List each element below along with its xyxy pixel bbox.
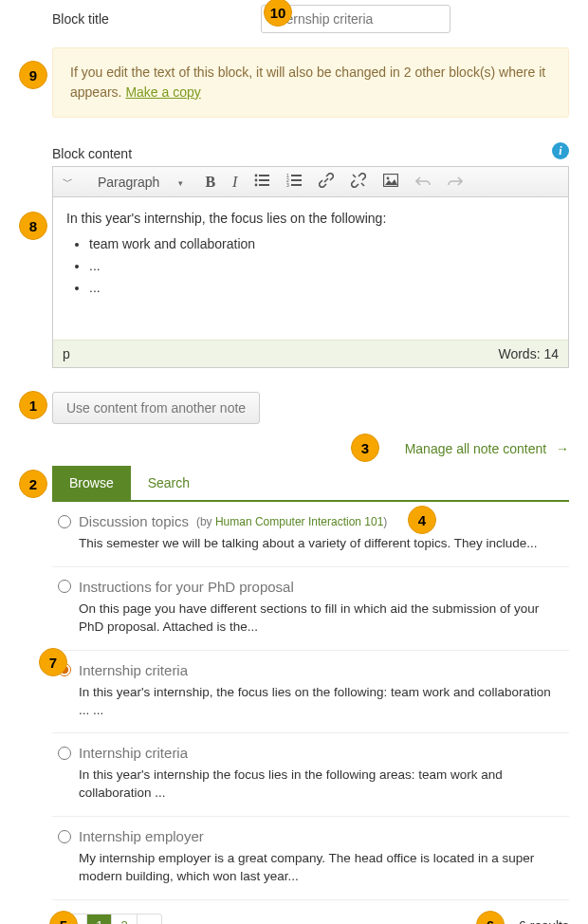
editor-intro-text: In this year's internship, the focus lie… xyxy=(66,209,555,229)
editor-bullet: ... xyxy=(89,256,555,276)
numbered-list-button[interactable]: 123 xyxy=(286,174,302,190)
note-desc: In this year's internship, the focus lie… xyxy=(79,684,563,720)
note-desc: My internship employer is a great compan… xyxy=(79,850,563,886)
note-radio[interactable] xyxy=(58,580,71,593)
svg-rect-5 xyxy=(259,184,269,186)
page-2[interactable]: 2 xyxy=(112,915,137,924)
block-title-label: Block title xyxy=(9,11,261,27)
author-suffix: ) xyxy=(383,515,387,528)
svg-point-13 xyxy=(387,177,390,180)
tab-browse[interactable]: Browse xyxy=(52,466,131,500)
arrow-right-icon: → xyxy=(556,441,569,456)
author-group-link[interactable]: Human Computer Interaction 101 xyxy=(215,515,383,528)
format-dropdown[interactable]: Paragraph xyxy=(90,175,188,190)
block-content-label: Block content xyxy=(52,146,132,161)
note-tabs: Browse Search xyxy=(52,466,579,500)
manage-notes-link[interactable]: Manage all note content → xyxy=(405,441,569,456)
note-title: Internship employer xyxy=(79,828,204,844)
toolbar-expand-icon[interactable]: ﹀ xyxy=(63,175,73,189)
note-author: (by Human Computer Interaction 101) xyxy=(196,515,387,528)
page-1[interactable]: 1 xyxy=(87,915,112,924)
note-item[interactable]: Internship employer My internship employ… xyxy=(52,817,569,900)
editor-statusbar: p Words: 14 xyxy=(53,340,568,367)
marker-4: 4 xyxy=(408,506,436,534)
note-item[interactable]: Instructions for your PhD proposal On th… xyxy=(52,567,569,651)
marker-9: 9 xyxy=(19,61,47,89)
italic-button[interactable]: I xyxy=(232,174,237,191)
marker-3: 3 xyxy=(351,434,379,462)
editor-wordcount: Words: 14 xyxy=(498,346,559,361)
editor-toolbar: ﹀ Paragraph B I 123 xyxy=(53,167,568,197)
page-next[interactable]: » xyxy=(138,915,161,924)
image-button[interactable] xyxy=(383,174,398,190)
bullet-list-button[interactable] xyxy=(254,174,269,190)
marker-6: 6 xyxy=(476,911,505,924)
notes-list: 4 7 Discussion topics (by Human Computer… xyxy=(52,500,569,900)
marker-1: 1 xyxy=(19,391,47,419)
note-item[interactable]: Discussion topics (by Human Computer Int… xyxy=(52,502,569,567)
author-prefix: (by xyxy=(196,515,215,528)
make-copy-link[interactable]: Make a copy xyxy=(125,84,200,100)
bold-button[interactable]: B xyxy=(205,174,215,191)
editor-bullet: ... xyxy=(89,278,555,298)
marker-8: 8 xyxy=(19,212,47,240)
shared-block-warning: If you edit the text of this block, it w… xyxy=(52,47,569,118)
note-desc: In this year's internship the focus lies… xyxy=(79,767,563,803)
rich-text-editor: ﹀ Paragraph B I 123 xyxy=(52,166,569,368)
svg-point-2 xyxy=(255,179,258,182)
note-item[interactable]: Internship criteria In this year's inter… xyxy=(52,733,569,817)
note-title: Instructions for your PhD proposal xyxy=(79,579,294,595)
note-desc: This semester we will be talking about a… xyxy=(79,535,563,553)
svg-rect-9 xyxy=(291,179,302,181)
info-icon[interactable]: i xyxy=(552,142,569,159)
manage-notes-label: Manage all note content xyxy=(405,441,546,456)
use-content-button[interactable]: Use content from another note xyxy=(52,392,260,424)
note-title: Internship criteria xyxy=(79,745,188,761)
editor-bullet: team work and collaboration xyxy=(89,234,555,254)
tab-search[interactable]: Search xyxy=(131,466,207,500)
marker-2: 2 xyxy=(19,470,47,498)
link-button[interactable] xyxy=(319,173,334,191)
svg-point-4 xyxy=(255,184,258,187)
note-item[interactable]: Internship criteria In this year's inter… xyxy=(52,651,569,734)
results-count: 6 results xyxy=(519,918,569,924)
editor-path: p xyxy=(63,346,70,361)
svg-text:3: 3 xyxy=(286,182,289,187)
note-radio[interactable] xyxy=(58,747,71,760)
editor-content[interactable]: In this year's internship, the focus lie… xyxy=(53,197,568,340)
marker-7: 7 xyxy=(39,648,67,676)
note-radio[interactable] xyxy=(58,515,71,528)
svg-rect-3 xyxy=(259,179,269,181)
note-desc: On this page you have different sections… xyxy=(79,601,563,637)
undo-button[interactable] xyxy=(415,175,431,190)
svg-rect-7 xyxy=(291,175,302,176)
svg-point-0 xyxy=(255,175,258,177)
svg-rect-1 xyxy=(259,175,269,176)
redo-button[interactable] xyxy=(448,175,463,190)
svg-rect-11 xyxy=(291,184,302,186)
note-title: Discussion topics xyxy=(79,513,189,529)
note-title: Internship criteria xyxy=(79,662,188,678)
unlink-button[interactable] xyxy=(351,173,366,191)
note-radio[interactable] xyxy=(58,830,71,843)
